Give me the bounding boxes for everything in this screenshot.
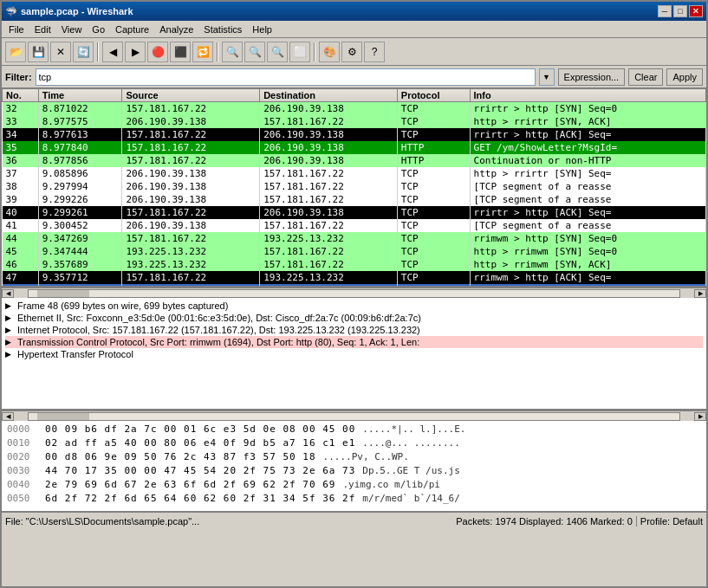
restart-capture-button[interactable]: 🔁 [192,42,213,62]
table-row[interactable]: 469.357689193.225.13.232157.181.167.22TC… [3,258,706,271]
table-cell: TCP [397,258,470,271]
table-row[interactable]: 348.977613157.181.167.22206.190.39.138TC… [3,128,706,141]
start-capture-button[interactable]: 🔴 [147,42,168,62]
table-row[interactable]: 399.299226206.190.39.138157.181.167.22TC… [3,193,706,206]
forward-button[interactable]: ▶ [125,42,146,62]
save-button[interactable]: 💾 [28,42,49,62]
table-cell: rrirtr > http [ACK] Seq= [470,128,705,141]
detail-text: Ethernet II, Src: Foxconn_e3:5d:0e (00:0… [17,313,421,323]
packet-list[interactable]: No. Time Source Destination Protocol Inf… [2,88,706,288]
find-button[interactable]: 🔍 [222,42,243,62]
table-cell: TCP [397,271,470,284]
table-row[interactable]: 328.871022157.181.167.22206.190.39.138TC… [3,102,706,116]
hex-dump[interactable]: 000000 09 b6 df 2a 7c 00 01 6c e3 5d 0e … [2,421,706,512]
table-row[interactable]: 368.977856157.181.167.22206.190.39.138HT… [3,154,706,167]
hscroll-thumb[interactable] [37,290,89,297]
filter-dropdown-button[interactable]: ▼ [539,68,555,86]
table-cell: TCP [397,167,470,180]
hscroll-left[interactable]: ◀ [2,289,14,298]
table-cell: TCP [397,180,470,193]
help-button[interactable]: ? [364,42,385,62]
menu-item-go[interactable]: Go [87,23,110,36]
hscroll-track[interactable] [28,289,680,298]
minimize-button[interactable]: ─ [658,5,672,17]
packet-list-hscroll[interactable]: ◀ ▶ [2,288,706,298]
table-row[interactable]: 338.977575206.190.39.138157.181.167.22TC… [3,115,706,128]
table-cell: [TCP segment of a reasse [470,219,705,232]
detail-hscroll-track[interactable] [28,412,680,421]
menu-item-help[interactable]: Help [247,23,277,36]
detail-hscroll-right[interactable]: ▶ [694,412,706,421]
detail-row[interactable]: ▶Hypertext Transfer Protocol [5,348,703,360]
detail-row[interactable]: ▶Transmission Control Protocol, Src Port… [5,336,703,348]
table-cell: 35 [3,141,39,154]
reload-button[interactable]: 🔄 [73,42,94,62]
table-cell: 34 [3,128,39,141]
table-cell: HTTP [397,154,470,167]
toolbar-separator-3 [314,42,315,61]
expression-button[interactable]: Expression... [558,68,626,86]
table-cell: 9.347269 [38,232,122,245]
hex-bytes: 00 d8 06 9e 09 50 76 2c 43 87 f3 57 50 1… [45,450,316,464]
table-row[interactable]: 449.347269157.181.167.22193.225.13.232TC… [3,232,706,245]
back-button[interactable]: ◀ [102,42,123,62]
table-row[interactable]: 459.347444193.225.13.232157.181.167.22TC… [3,245,706,258]
hex-row: 000000 09 b6 df 2a 7c 00 01 6c e3 5d 0e … [5,423,703,436]
packet-detail[interactable]: ▶Frame 48 (699 bytes on wire, 699 bytes … [2,298,706,410]
table-row[interactable]: 489.357862157.181.167.22193.225.13.232HT… [3,284,706,288]
toolbar: 📂 💾 ✕ 🔄 ◀ ▶ 🔴 ⬛ 🔁 🔍 🔍 🔍 ⬜ 🎨 ⚙ ? [2,38,706,66]
apply-button[interactable]: Apply [666,68,703,86]
table-row[interactable]: 409.299261157.181.167.22206.190.39.138TC… [3,206,706,219]
clear-button[interactable]: Clear [628,68,663,86]
menu-item-view[interactable]: View [56,23,88,36]
filter-input[interactable] [36,68,536,86]
col-no[interactable]: No. [3,89,39,102]
detail-hscroll-left[interactable]: ◀ [2,412,14,421]
hscroll-right[interactable]: ▶ [694,289,706,298]
col-info[interactable]: Info [470,89,705,102]
menu-item-analyze[interactable]: Analyze [154,23,198,36]
maximize-button[interactable]: □ [673,5,687,17]
detail-text: Internet Protocol, Src: 157.181.167.22 (… [17,325,420,335]
col-source[interactable]: Source [122,89,260,102]
detail-row[interactable]: ▶Internet Protocol, Src: 157.181.167.22 … [5,324,703,336]
stop-capture-button[interactable]: ⬛ [170,42,191,62]
table-cell: 9.357689 [38,258,122,271]
col-time[interactable]: Time [38,89,122,102]
hex-row: 00402e 79 69 6d 67 2e 63 6f 6d 2f 69 62 … [5,478,703,492]
menu-item-statistics[interactable]: Statistics [198,23,247,36]
colorize-button[interactable]: 🎨 [319,42,340,62]
prefs-button[interactable]: ⚙ [341,42,362,62]
table-row[interactable]: 419.300452206.190.39.138157.181.167.22TC… [3,219,706,232]
col-protocol[interactable]: Protocol [397,89,470,102]
table-cell: 8.977575 [38,115,122,128]
col-destination[interactable]: Destination [260,89,398,102]
menu-item-file[interactable]: File [3,23,29,36]
hex-row: 00506d 2f 72 2f 6d 65 64 60 62 60 2f 31 … [5,492,703,506]
menu-item-capture[interactable]: Capture [110,23,154,36]
detail-row[interactable]: ▶Ethernet II, Src: Foxconn_e3:5d:0e (00:… [5,312,703,324]
table-cell: 9.357862 [38,284,122,288]
table-cell: 44 [3,232,39,245]
zoom-in-button[interactable]: 🔍 [244,42,265,62]
table-cell: 38 [3,180,39,193]
table-cell: TCP [397,128,470,141]
table-cell: 157.181.167.22 [122,102,260,116]
table-row[interactable]: 358.977840157.181.167.22206.190.39.138HT… [3,141,706,154]
table-cell: TCP [397,115,470,128]
table-row[interactable]: 479.357712157.181.167.22193.225.13.232TC… [3,271,706,284]
close-button[interactable]: ✕ [689,5,703,17]
open-button[interactable]: 📂 [5,42,26,62]
table-row[interactable]: 379.085896206.190.39.138157.181.167.22TC… [3,167,706,180]
table-row[interactable]: 389.297994206.190.39.138157.181.167.22TC… [3,180,706,193]
zoom-out-button[interactable]: 🔍 [267,42,288,62]
detail-row[interactable]: ▶Frame 48 (699 bytes on wire, 699 bytes … [5,300,703,312]
close-capture-button[interactable]: ✕ [50,42,71,62]
menu-item-edit[interactable]: Edit [29,23,56,36]
detail-hscroll[interactable]: ◀ ▶ [2,410,706,421]
table-cell: 206.190.39.138 [122,167,260,180]
table-cell: 9.297994 [38,180,122,193]
table-cell: GET /ym/ShowLetter?MsgId= [470,141,705,154]
detail-hscroll-thumb[interactable] [37,413,89,420]
zoom-reset-button[interactable]: ⬜ [289,42,310,62]
